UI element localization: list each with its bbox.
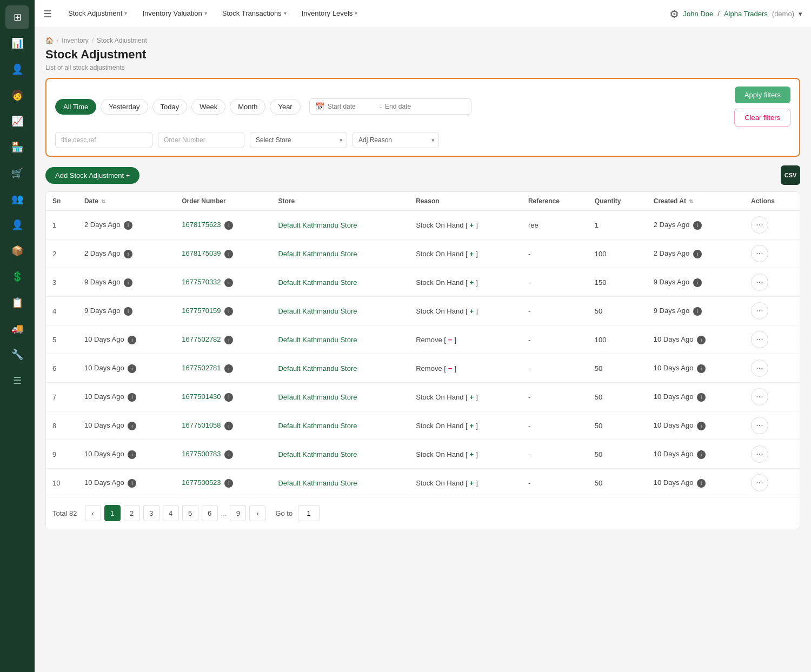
order-info-icon[interactable]: i	[224, 393, 233, 402]
add-stock-adjustment-button[interactable]: Add Stock Adjustment +	[45, 167, 139, 184]
created-info-icon[interactable]: i	[697, 479, 706, 488]
store-select[interactable]: Select Store	[250, 132, 347, 148]
date-info-icon[interactable]: i	[128, 364, 136, 373]
order-info-icon[interactable]: i	[224, 336, 233, 344]
order-number-link[interactable]: 1677501430	[182, 392, 221, 401]
created-info-icon[interactable]: i	[697, 336, 706, 344]
order-info-icon[interactable]: i	[224, 364, 233, 373]
store-link[interactable]: Default Kathmandu Store	[278, 422, 357, 430]
date-info-icon[interactable]: i	[124, 307, 132, 316]
pagination-page-4[interactable]: 4	[163, 505, 179, 521]
col-created-at[interactable]: Created At ⇅	[647, 192, 744, 211]
row-action-button[interactable]: ···	[751, 274, 768, 291]
pagination-next[interactable]: ›	[249, 505, 265, 521]
order-number-link[interactable]: 1677502781	[182, 364, 221, 372]
row-action-button[interactable]: ···	[751, 216, 768, 234]
order-number-input[interactable]	[158, 132, 244, 148]
created-info-icon[interactable]: i	[697, 393, 706, 402]
pagination-page-3[interactable]: 3	[143, 505, 159, 521]
row-action-button[interactable]: ···	[751, 331, 768, 348]
created-info-icon[interactable]: i	[697, 450, 706, 459]
date-info-icon[interactable]: i	[128, 450, 136, 459]
sidebar-item-store[interactable]: 🏪	[5, 135, 29, 159]
pagination-page-1[interactable]: 1	[104, 505, 121, 521]
store-link[interactable]: Default Kathmandu Store	[278, 221, 357, 229]
order-info-icon[interactable]: i	[224, 250, 233, 258]
breadcrumb-home[interactable]: 🏠	[45, 37, 54, 44]
sidebar-item-orders[interactable]: 📋	[5, 291, 29, 315]
nav-stock-adjustment[interactable]: Stock Adjustment ▾	[61, 0, 135, 28]
row-action-button[interactable]: ···	[751, 245, 768, 262]
date-end-input[interactable]	[385, 103, 434, 110]
created-info-icon[interactable]: i	[693, 307, 702, 316]
date-info-icon[interactable]: i	[124, 250, 132, 258]
user-menu[interactable]: ⚙ John Doe / Alpha Traders (demo) ▾	[669, 8, 802, 21]
sidebar-item-delivery[interactable]: 🚚	[5, 317, 29, 341]
order-number-link[interactable]: 1678175039	[182, 249, 221, 257]
row-action-button[interactable]: ···	[751, 302, 768, 320]
date-info-icon[interactable]: i	[128, 479, 136, 488]
created-info-icon[interactable]: i	[697, 422, 706, 430]
sidebar-item-analytics[interactable]: 📈	[5, 109, 29, 133]
sidebar-item-dashboard[interactable]: ⊞	[5, 5, 29, 29]
row-action-button[interactable]: ···	[751, 388, 768, 405]
pagination-page-5[interactable]: 5	[182, 505, 198, 521]
order-number-link[interactable]: 1677500783	[182, 450, 221, 458]
pagination-page-2[interactable]: 2	[124, 505, 140, 521]
sidebar-item-cart[interactable]: 🛒	[5, 161, 29, 185]
order-number-link[interactable]: 1677501058	[182, 421, 221, 429]
order-info-icon[interactable]: i	[224, 221, 233, 230]
row-action-button[interactable]: ···	[751, 445, 768, 463]
goto-input[interactable]	[298, 505, 320, 521]
sidebar-item-users[interactable]: 👤	[5, 57, 29, 81]
nav-stock-transactions[interactable]: Stock Transactions ▾	[215, 0, 294, 28]
date-info-icon[interactable]: i	[128, 422, 136, 430]
pagination-page-9[interactable]: 9	[230, 505, 246, 521]
filter-year[interactable]: Year	[270, 99, 300, 115]
store-link[interactable]: Default Kathmandu Store	[278, 479, 357, 487]
store-link[interactable]: Default Kathmandu Store	[278, 278, 357, 287]
sidebar-item-inventory[interactable]: 📦	[5, 239, 29, 263]
created-info-icon[interactable]: i	[697, 364, 706, 373]
store-link[interactable]: Default Kathmandu Store	[278, 307, 357, 315]
order-info-icon[interactable]: i	[224, 307, 233, 316]
search-input[interactable]	[55, 132, 152, 148]
sidebar-item-reports[interactable]: 📊	[5, 31, 29, 55]
apply-filters-button[interactable]: Apply filters	[735, 87, 790, 103]
order-number-link[interactable]: 1677570159	[182, 307, 221, 315]
breadcrumb-inventory[interactable]: Inventory	[62, 37, 88, 44]
store-link[interactable]: Default Kathmandu Store	[278, 336, 357, 344]
order-info-icon[interactable]: i	[224, 450, 233, 459]
created-info-icon[interactable]: i	[693, 221, 702, 230]
order-info-icon[interactable]: i	[224, 479, 233, 488]
row-action-button[interactable]: ···	[751, 360, 768, 377]
filter-yesterday[interactable]: Yesterday	[101, 99, 148, 115]
date-start-input[interactable]	[328, 103, 376, 110]
date-info-icon[interactable]: i	[124, 278, 132, 287]
store-link[interactable]: Default Kathmandu Store	[278, 450, 357, 458]
created-info-icon[interactable]: i	[693, 250, 702, 258]
sidebar-item-user-check[interactable]: 👤	[5, 213, 29, 237]
store-link[interactable]: Default Kathmandu Store	[278, 364, 357, 372]
store-link[interactable]: Default Kathmandu Store	[278, 250, 357, 258]
sidebar-item-list[interactable]: ☰	[5, 369, 29, 392]
hamburger-menu[interactable]: ☰	[43, 8, 52, 20]
row-action-button[interactable]: ···	[751, 474, 768, 491]
order-number-link[interactable]: 1677500523	[182, 478, 221, 487]
csv-export-button[interactable]: CSV	[781, 165, 800, 185]
filter-all-time[interactable]: All Time	[55, 99, 96, 115]
date-info-icon[interactable]: i	[128, 336, 136, 344]
store-link[interactable]: Default Kathmandu Store	[278, 393, 357, 401]
filter-today[interactable]: Today	[152, 99, 188, 115]
col-date[interactable]: Date ⇅	[78, 192, 175, 211]
order-number-link[interactable]: 1678175623	[182, 221, 221, 229]
order-number-link[interactable]: 1677502782	[182, 335, 221, 343]
nav-inventory-valuation[interactable]: Inventory Valuation ▾	[135, 0, 214, 28]
sidebar-item-settings[interactable]: 🔧	[5, 343, 29, 367]
order-number-link[interactable]: 1677570332	[182, 278, 221, 286]
clear-filters-button[interactable]: Clear filters	[734, 109, 790, 127]
nav-inventory-levels[interactable]: Inventory Levels ▾	[294, 0, 365, 28]
reason-select[interactable]: Adj Reason	[353, 132, 439, 148]
created-info-icon[interactable]: i	[693, 278, 702, 287]
date-info-icon[interactable]: i	[124, 221, 132, 230]
